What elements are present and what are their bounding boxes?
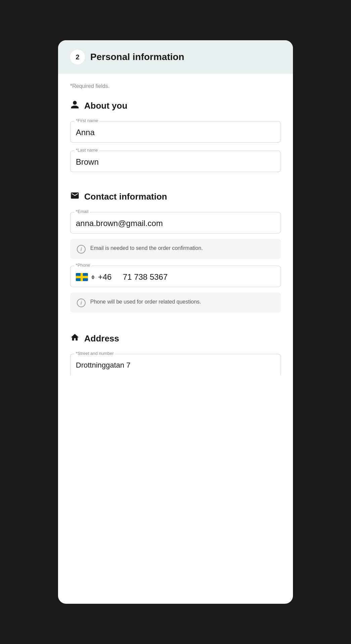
- house-icon: [70, 333, 80, 344]
- street-group: *Street and number Drottninggatan 7: [70, 354, 281, 375]
- phone-country-code: +46: [98, 272, 112, 282]
- country-selector[interactable]: [76, 273, 95, 281]
- form-card: 2 Personal information *Required fields.…: [58, 40, 293, 604]
- last-name-field[interactable]: *Last name Brown: [70, 151, 281, 172]
- phone-info-text: Phone will be used for order related que…: [90, 298, 201, 306]
- phone-frame: 2 Personal information *Required fields.…: [48, 27, 303, 617]
- address-title: Address: [84, 333, 119, 344]
- page-title: Personal information: [90, 52, 184, 62]
- about-you-section-header: About you: [70, 100, 281, 112]
- country-chevron: [91, 275, 95, 279]
- swedish-flag: [76, 273, 88, 281]
- street-label: *Street and number: [74, 351, 115, 356]
- phone-label: *Phone: [74, 263, 92, 268]
- last-name-label: *Last name: [74, 148, 99, 153]
- card-body: *Required fields. About you *First name …: [58, 74, 293, 392]
- contact-info-title: Contact information: [84, 192, 167, 202]
- address-section-header: Address: [70, 333, 281, 344]
- card-header: 2 Personal information: [58, 40, 293, 74]
- step-badge: 2: [70, 50, 85, 64]
- email-value: anna.brown@gmail.com: [76, 216, 275, 229]
- person-icon: [70, 100, 80, 112]
- email-info-box: i Email is needed to send the order conf…: [70, 239, 281, 259]
- info-icon-email: i: [77, 245, 86, 254]
- first-name-group: *First name Anna: [70, 121, 281, 143]
- phone-field[interactable]: *Phone: [70, 266, 281, 287]
- phone-content: +46 71 738 5367: [76, 272, 168, 282]
- last-name-group: *Last name Brown: [70, 151, 281, 172]
- required-fields-note: *Required fields.: [70, 83, 281, 89]
- street-field[interactable]: *Street and number Drottninggatan 7: [70, 354, 281, 375]
- first-name-label: *First name: [74, 118, 99, 123]
- phone-value: +46 71 738 5367: [76, 269, 275, 283]
- first-name-value: Anna: [76, 125, 275, 138]
- last-name-value: Brown: [76, 154, 275, 168]
- address-section: Address *Street and number Drottninggata…: [70, 333, 281, 375]
- envelope-icon: [70, 191, 80, 203]
- contact-info-section-header: Contact information: [70, 191, 281, 203]
- phone-info-box: i Phone will be used for order related q…: [70, 292, 281, 313]
- street-value: Drottninggatan 7: [76, 358, 275, 371]
- about-you-title: About you: [84, 101, 128, 111]
- info-icon-phone: i: [77, 299, 86, 307]
- email-info-text: Email is needed to send the order confir…: [90, 244, 203, 252]
- email-field[interactable]: *Email anna.brown@gmail.com: [70, 212, 281, 233]
- first-name-field[interactable]: *First name Anna: [70, 121, 281, 143]
- phone-number: 71 738 5367: [123, 272, 167, 282]
- email-label: *Email: [74, 209, 90, 214]
- phone-group: *Phone: [70, 266, 281, 287]
- email-group: *Email anna.brown@gmail.com: [70, 212, 281, 233]
